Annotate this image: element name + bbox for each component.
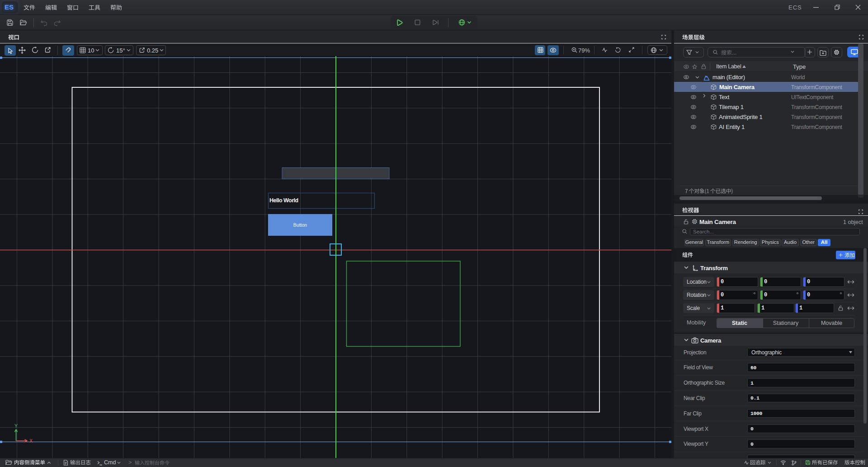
svg-text:Hello World: Hello World [269,197,298,204]
svg-text:X: X [29,438,33,443]
svg-text:Button: Button [293,222,307,227]
svg-text:Y: Y [14,423,18,429]
